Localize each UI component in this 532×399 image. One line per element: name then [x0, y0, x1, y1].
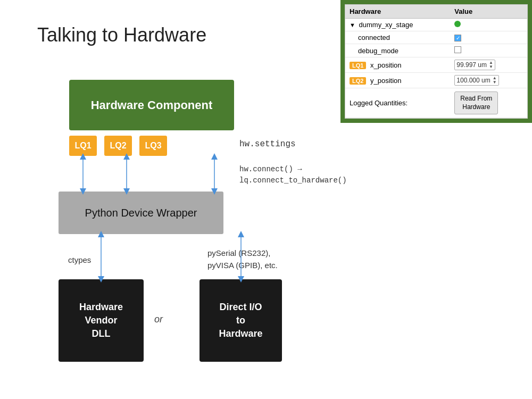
- hw-connect-label: hw.connect() → lq.connect_to_hardware(): [239, 164, 347, 186]
- lq2-badge-panel: LQ2: [350, 77, 366, 85]
- hw-settings-label: hw.settings: [239, 139, 296, 149]
- lq2-badge: LQ2: [104, 136, 132, 156]
- diagram-area: Hardware Component LQ1 LQ2 LQ3 hw.settin…: [32, 59, 362, 388]
- read-from-hardware-button[interactable]: Read From Hardware: [454, 92, 498, 114]
- debug-mode-checkbox[interactable]: [454, 46, 461, 53]
- y-position-spinbox[interactable]: 100.000 um ▲ ▼: [454, 75, 498, 86]
- connected-label: connected: [345, 31, 450, 44]
- or-label: or: [154, 314, 163, 325]
- y-position-spin-arrows[interactable]: ▲ ▼: [493, 76, 497, 85]
- device-row: ▼ dummy_xy_stage: [345, 19, 527, 31]
- col-value: Value: [450, 5, 527, 19]
- green-circle-icon: [454, 21, 461, 27]
- hw-panel: Hardware Value ▼ dummy_xy_stage: [340, 0, 532, 123]
- hw-component-box: Hardware Component: [69, 80, 234, 130]
- direct-io-label: Direct I/O to Hardware: [219, 301, 262, 341]
- x-position-spin-arrows[interactable]: ▲ ▼: [489, 61, 493, 69]
- logged-quantities-row: Logged Quantities: Read From Hardware: [345, 88, 527, 118]
- hw-vendor-label: Hardware Vendor DLL: [79, 301, 123, 341]
- connected-checkbox[interactable]: ✓: [454, 35, 461, 41]
- tree-arrow-icon: ▼: [350, 22, 355, 28]
- y-position-label: y_position: [370, 77, 402, 85]
- hw-component-label: Hardware Component: [91, 98, 213, 112]
- hw-panel-inner: Hardware Value ▼ dummy_xy_stage: [345, 4, 528, 119]
- py-wrapper-label: Python Device Wrapper: [85, 207, 197, 219]
- debug-mode-label: debug_mode: [345, 44, 450, 57]
- debug-mode-row: debug_mode: [345, 44, 527, 57]
- logged-quantities-label: Logged Quantities:: [345, 88, 450, 118]
- x-position-value: 99.997 um: [456, 61, 487, 69]
- y-position-value: 100.000 um: [456, 77, 490, 84]
- device-name: dummy_xy_stage: [359, 21, 413, 29]
- hw-table: Hardware Value ▼ dummy_xy_stage: [345, 5, 527, 118]
- hw-vendor-box: Hardware Vendor DLL: [59, 279, 144, 362]
- connected-row: connected ✓: [345, 31, 527, 44]
- pyserial-line1: pySerial (RS232),: [207, 247, 278, 260]
- lq1-badge-panel: LQ1: [350, 62, 366, 69]
- x-position-row: LQ1 x_position 99.997 um ▲ ▼: [345, 57, 527, 73]
- hw-connect-line2: lq.connect_to_hardware(): [239, 175, 347, 186]
- x-position-label: x_position: [370, 61, 402, 69]
- x-position-spinbox[interactable]: 99.997 um ▲ ▼: [454, 60, 495, 70]
- lq-badges-row: LQ1 LQ2 LQ3: [69, 136, 167, 156]
- lq3-badge: LQ3: [139, 136, 167, 156]
- col-hardware: Hardware: [345, 5, 450, 19]
- hw-connect-line1: hw.connect() →: [239, 164, 347, 175]
- lq1-badge: LQ1: [69, 136, 97, 156]
- direct-io-box: Direct I/O to Hardware: [200, 279, 282, 362]
- y-position-row: LQ2 y_position 100.000 um ▲ ▼: [345, 73, 527, 88]
- py-wrapper-box: Python Device Wrapper: [59, 192, 223, 234]
- page-title: Talking to Hardware: [37, 24, 206, 46]
- ctypes-label: ctypes: [68, 255, 91, 264]
- pyserial-label: pySerial (RS232), pyVISA (GPIB), etc.: [207, 247, 278, 271]
- slide: Talking to Hardware Hardware Component L…: [0, 0, 532, 399]
- pyserial-line2: pyVISA (GPIB), etc.: [207, 260, 278, 272]
